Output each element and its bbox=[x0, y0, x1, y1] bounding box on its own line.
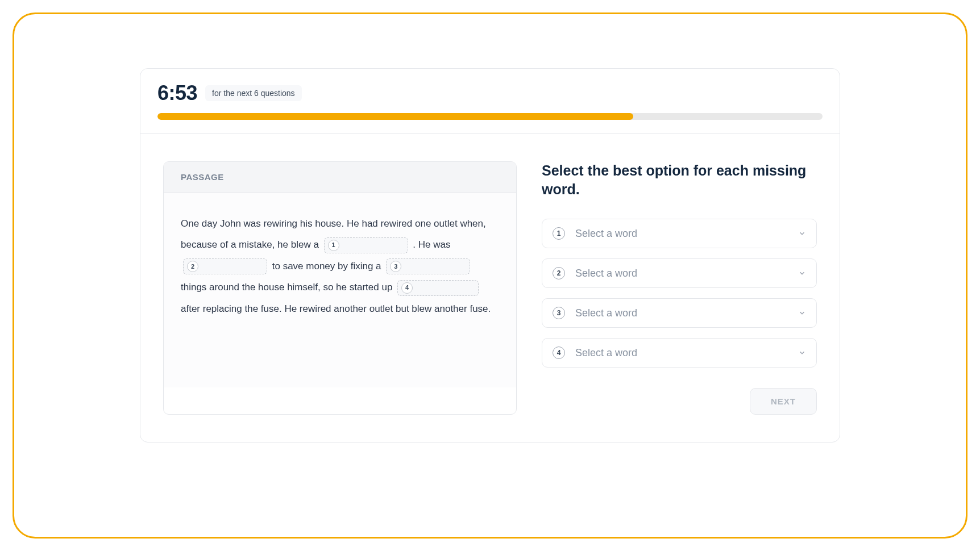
passage-body: One day John was rewiring his house. He … bbox=[164, 193, 516, 387]
passage-blank-2: 2 bbox=[183, 258, 267, 274]
blank-space bbox=[407, 262, 464, 271]
passage-header: PASSAGE bbox=[164, 162, 516, 193]
blank-space bbox=[204, 262, 261, 271]
quiz-card: 6:53 for the next 6 questions PASSAGE On… bbox=[140, 68, 840, 443]
passage-text: after replacing the fuse. He rewired ano… bbox=[181, 303, 491, 314]
select-placeholder: Select a word bbox=[575, 307, 798, 319]
blank-number: 3 bbox=[390, 261, 401, 272]
select-number: 1 bbox=[553, 227, 565, 240]
select-placeholder: Select a word bbox=[575, 228, 798, 240]
timer-label: for the next 6 questions bbox=[205, 85, 302, 101]
select-word-3[interactable]: 3 Select a word bbox=[542, 298, 817, 328]
question-title: Select the best option for each missing … bbox=[542, 161, 817, 198]
select-placeholder: Select a word bbox=[575, 347, 798, 359]
quiz-header: 6:53 for the next 6 questions bbox=[140, 69, 840, 113]
passage-panel: PASSAGE One day John was rewiring his ho… bbox=[163, 161, 517, 415]
select-placeholder: Select a word bbox=[575, 268, 798, 279]
chevron-down-icon bbox=[798, 309, 806, 317]
passage-blank-4: 4 bbox=[397, 280, 479, 296]
passage-blank-1: 1 bbox=[324, 237, 408, 253]
passage-text: . He was bbox=[413, 239, 450, 250]
select-number: 2 bbox=[553, 267, 565, 279]
select-number: 3 bbox=[553, 307, 565, 319]
next-button[interactable]: NEXT bbox=[750, 388, 817, 415]
next-container: NEXT bbox=[542, 388, 817, 415]
blank-space bbox=[345, 241, 402, 250]
passage-blank-3: 3 bbox=[386, 258, 470, 274]
chevron-down-icon bbox=[798, 269, 806, 277]
blank-number: 1 bbox=[328, 240, 339, 251]
select-list: 1 Select a word 2 Select a word bbox=[542, 219, 817, 368]
app-frame: 6:53 for the next 6 questions PASSAGE On… bbox=[13, 12, 967, 539]
progress-container bbox=[140, 113, 840, 133]
timer-value: 6:53 bbox=[157, 81, 197, 105]
select-number: 4 bbox=[553, 347, 565, 359]
chevron-down-icon bbox=[798, 229, 806, 237]
select-word-4[interactable]: 4 Select a word bbox=[542, 338, 817, 368]
progress-fill bbox=[157, 113, 633, 120]
select-word-2[interactable]: 2 Select a word bbox=[542, 258, 817, 288]
chevron-down-icon bbox=[798, 349, 806, 357]
passage-text: things around the house himself, so he s… bbox=[181, 282, 395, 293]
blank-number: 2 bbox=[187, 261, 198, 272]
blank-number: 4 bbox=[401, 282, 413, 294]
blank-space bbox=[418, 283, 472, 293]
quiz-content: PASSAGE One day John was rewiring his ho… bbox=[140, 134, 840, 442]
progress-bar bbox=[157, 113, 823, 120]
question-panel: Select the best option for each missing … bbox=[542, 161, 817, 415]
select-word-1[interactable]: 1 Select a word bbox=[542, 219, 817, 248]
passage-text: to save money by fixing a bbox=[272, 261, 384, 272]
